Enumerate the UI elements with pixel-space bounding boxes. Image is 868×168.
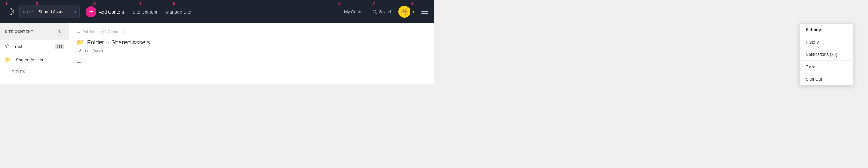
content-row: ▾ <box>76 58 427 62</box>
trash-icon: 🗑 <box>5 44 10 49</box>
search-button[interactable]: Search <box>372 9 393 14</box>
sidebar-trash-label: Trash <box>13 44 23 49</box>
manage-site-link[interactable]: Manage Site <box>166 9 191 14</box>
label-5: 5 <box>173 1 175 6</box>
site-content-link[interactable]: Site Content <box>132 9 157 14</box>
user-chevron-down-icon: ▾ <box>412 10 414 14</box>
label-3: 3 <box>93 1 96 6</box>
svg-point-0 <box>373 10 376 13</box>
label-8: 8 <box>411 1 413 6</box>
site-selector[interactable]: SITE: - Shared Assets ▾ <box>19 5 80 18</box>
sidebar-sub-label: - TITLES <box>10 70 25 74</box>
user-menu-button[interactable]: 🤗 ▾ <box>398 6 414 18</box>
hamburger-icon-3 <box>421 13 428 14</box>
comment-button[interactable]: 💬 Comment <box>101 30 125 34</box>
sidebar-item-shared-assets[interactable]: 📁 - Shared Assets <box>0 53 69 67</box>
row-checkbox[interactable] <box>76 58 82 62</box>
row-chevron-icon: ▾ <box>85 58 87 62</box>
content-toolbar: ☁ Publish 💬 Comment <box>76 30 427 34</box>
site-name-label: - Shared Assets <box>36 9 72 14</box>
comment-label: Comment <box>108 30 125 34</box>
search-label: Search <box>379 9 393 14</box>
sidebar-header: SITE CONTENT ↻ <box>0 24 69 40</box>
add-content-label: Add Content <box>99 9 124 14</box>
publish-label: Publish <box>82 30 95 34</box>
search-icon <box>372 9 377 14</box>
navbar: 1 ☽ 2 SITE: - Shared Assets ▾ 3 + Add Co… <box>0 0 434 24</box>
folder-path: - Shared Assets <box>76 48 427 53</box>
folder-icon: 📁 <box>5 57 11 62</box>
sidebar-title: SITE CONTENT <box>5 30 33 34</box>
trash-count-badge: 386 <box>55 44 64 49</box>
avatar: 🤗 <box>398 6 410 18</box>
sidebar-action-button[interactable]: ↻ <box>56 28 64 36</box>
comment-icon: 💬 <box>101 30 106 34</box>
my-content-button[interactable]: My Content <box>344 9 366 14</box>
label-2: 2 <box>36 1 38 6</box>
folder-title: Folder: - Shared Assets <box>87 39 150 46</box>
folder-header-icon: 📁 <box>76 39 84 46</box>
site-prefix-label: SITE: <box>23 10 33 14</box>
cloud-icon: ☁ <box>76 30 81 34</box>
hamburger-button[interactable] <box>419 7 430 16</box>
logo-button[interactable]: ☽ <box>4 5 17 18</box>
hamburger-icon-2 <box>421 11 428 12</box>
logo-icon: ☽ <box>6 6 15 17</box>
content-area: ☁ Publish 💬 Comment 📁 Folder: - Shared A… <box>69 24 434 84</box>
folder-header: 📁 Folder: - Shared Assets <box>76 39 427 46</box>
sidebar: SITE CONTENT ↻ 🗑 Trash 386 📁 - Shared As… <box>0 24 69 84</box>
svg-line-1 <box>375 13 377 14</box>
add-circle-icon: + <box>86 6 96 17</box>
add-content-button[interactable]: + Add Content <box>86 6 124 17</box>
sidebar-item-trash[interactable]: 🗑 Trash 386 <box>0 40 69 53</box>
label-4: 4 <box>139 1 141 6</box>
sidebar-sub-item-titles[interactable]: - TITLES <box>0 67 69 77</box>
sidebar-item-left: 🗑 Trash <box>5 44 23 49</box>
site-chevron-down-icon: ▾ <box>74 10 76 14</box>
label-6: 6 <box>338 1 341 6</box>
label-7: 7 <box>373 1 375 6</box>
publish-button[interactable]: ☁ Publish <box>76 30 95 34</box>
main-area: SITE CONTENT ↻ 🗑 Trash 386 📁 - Shared As… <box>0 24 434 84</box>
hamburger-icon <box>421 10 428 10</box>
label-1: 1 <box>5 1 7 6</box>
sidebar-shared-label: - Shared Assets <box>13 57 43 62</box>
